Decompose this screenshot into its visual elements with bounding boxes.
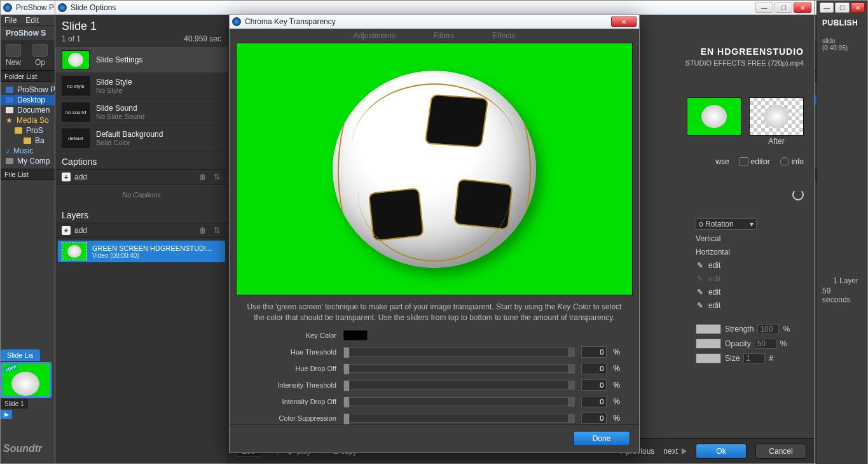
video-title: EN HDGREENSTUDIO [701,46,804,57]
tool-new[interactable]: New [6,44,21,67]
layer-count: 1 Layer [833,276,858,285]
info-icon [780,157,789,166]
intensity-threshold-value[interactable]: 0 [581,379,607,391]
close-icon[interactable]: ✕ [611,17,637,27]
refresh-icon[interactable] [792,189,804,200]
hue-dropoff-value[interactable]: 0 [581,363,607,374]
slide-number: Slide 1 [1,399,28,409]
intensity-threshold-slider[interactable] [343,381,575,390]
layer-item[interactable]: GREEN SCREEN HDGREENSTUDI...Video (00:00… [58,241,225,262]
minimize-icon[interactable]: — [820,3,834,13]
sort-icon[interactable]: ⇅ [212,172,221,181]
next-button[interactable]: next [663,447,687,456]
color-suppression-slider[interactable] [343,414,575,423]
trash-icon[interactable]: 🗑 [198,172,207,181]
layer-thumb [62,243,87,260]
close-icon[interactable]: ✕ [794,3,811,13]
add-caption-row[interactable]: +add🗑⇅ [55,169,228,185]
sidebar-item-slide-settings[interactable]: Slide Settings [55,47,228,73]
slide-thumb[interactable]: open [1,362,52,398]
opacity-value[interactable]: 50 [755,339,776,349]
chevron-down-icon: ▾ [750,220,754,228]
plus-icon[interactable]: + [62,172,71,181]
slide-options-titlebar[interactable]: Slide Options — ☐ ✕ [55,1,814,15]
pencil-icon[interactable]: ✎ [696,288,705,297]
color-swatch[interactable] [696,324,721,334]
slide-time: 40.959 sec [184,34,221,43]
slide-list-tab[interactable]: Slide Lis [1,349,40,361]
minimize-icon[interactable]: — [755,3,773,13]
color-suppression-value[interactable]: 0 [581,412,607,424]
slide-duration: slide (0:40.95) [817,36,867,53]
hue-threshold-row: Hue Threshold 0% [236,346,620,358]
menu-file[interactable]: File [4,16,17,25]
editor-button[interactable]: editor [740,157,770,166]
key-color-swatch[interactable] [343,330,368,341]
sidebar-item-slide-style[interactable]: no styleSlide StyleNo Style [55,73,228,99]
intensity-threshold-row: Intensity Threshold 0% [236,379,620,391]
app-icon [232,17,241,26]
chroma-description: Use the 'green screen' technique to make… [230,299,639,330]
pencil-icon[interactable]: ✎ [696,261,705,270]
maximize-icon[interactable]: ☐ [775,3,792,13]
slide-count: 1 of 1 [62,34,81,43]
flip-horizontal[interactable]: Horizontal [696,248,804,257]
before-thumb[interactable] [687,97,741,136]
color-suppression-row: Color Suppression 0% [236,412,620,424]
play-icon[interactable]: ▶ [1,410,12,419]
before-after: After [687,97,804,146]
pencil-icon: ✎ [696,274,705,283]
menu-edit[interactable]: Edit [25,16,39,25]
after-thumb[interactable] [749,97,804,136]
hue-dropoff-slider[interactable] [343,364,575,373]
main-title: ProShow P [16,3,54,12]
close-icon[interactable]: ✕ [851,3,865,13]
hue-threshold-value[interactable]: 0 [581,346,607,358]
chroma-preview [236,43,633,295]
chroma-titlebar[interactable]: Chroma Key Transparency ✕ [230,15,639,29]
browse-button[interactable]: wse [715,157,729,166]
hue-threshold-slider[interactable] [343,348,575,356]
soundtrack-label: Soundtr [3,443,42,454]
editor-icon [740,157,748,166]
pencil-icon[interactable]: ✎ [696,301,705,310]
intensity-dropoff-slider[interactable] [343,397,575,406]
sidebar-item-slide-sound[interactable]: no soundSlide SoundNo Slide Sound [55,99,228,125]
key-color-row: Key Color [236,330,620,341]
layer-tools: wse editor info [715,157,804,166]
publish-button[interactable]: PUBLISH [817,15,867,31]
color-swatch[interactable] [696,353,721,363]
info-button[interactable]: info [780,157,804,166]
intensity-dropoff-value[interactable]: 0 [581,396,607,407]
soccer-ball-image [333,71,536,268]
sort-icon[interactable]: ⇅ [212,226,221,235]
layer-properties: o Rotation▾ Vertical Horizontal ✎edit ✎e… [696,218,804,363]
plus-icon[interactable]: + [62,226,71,235]
strength-value[interactable]: 100 [757,324,779,334]
rotation-dropdown[interactable]: o Rotation▾ [696,218,757,230]
ok-button[interactable]: Ok [696,444,747,459]
seconds-label: 59 seconds [822,286,858,304]
slide-list: Slide Lis open Slide 1 ▶ [1,349,55,419]
video-subtitle: STUDIO EFFECTS FREE (720p).mp4 [685,59,804,67]
flip-vertical[interactable]: Vertical [696,234,804,243]
chroma-title: Chroma Key Transparency [245,17,336,26]
trash-icon[interactable]: 🗑 [198,226,207,235]
add-layer-row[interactable]: +add🗑⇅ [55,223,228,238]
hue-dropoff-row: Hue Drop Off 0% [236,363,620,374]
captions-header: Captions [55,151,228,169]
layers-header: Layers [55,205,228,223]
tool-open[interactable]: Op [32,44,48,67]
sidebar-item-default-background[interactable]: defaultDefault BackgroundSolid Color [55,125,228,151]
no-captions-label: No Captions [55,185,228,205]
maximize-icon[interactable]: ☐ [835,3,849,13]
done-button[interactable]: Done [573,431,630,446]
color-swatch[interactable] [696,339,721,349]
slide-title: Slide 1 [55,15,228,34]
slide-options-sidebar: Slide 1 1 of 1 40.959 sec Slide Settings… [55,15,228,463]
size-value[interactable]: 1 [743,353,765,363]
intensity-dropoff-row: Intensity Drop Off 0% [236,396,620,407]
right-strip: — ☐ ✕ PUBLISH slide (0:40.95) 1 Layer 59… [816,1,867,464]
cancel-button[interactable]: Cancel [755,444,806,459]
app-icon [3,3,12,12]
